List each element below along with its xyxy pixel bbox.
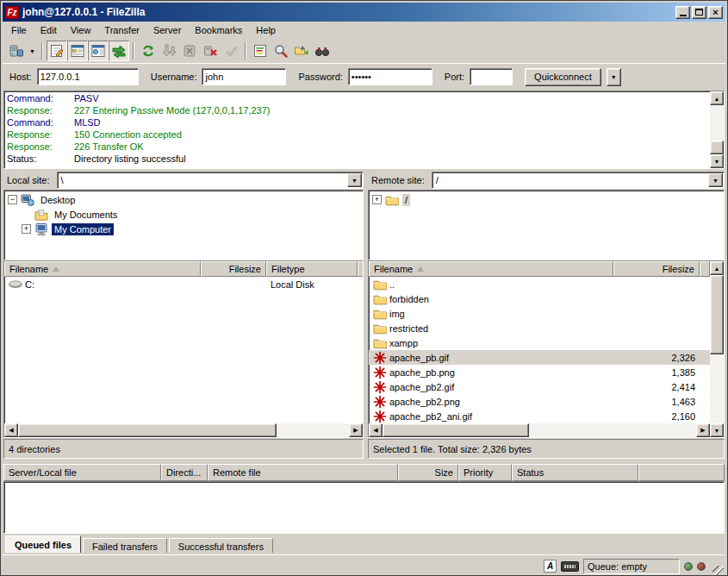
- synchronized-browsing-button[interactable]: [312, 41, 333, 61]
- remote-vertical-scrollbar[interactable]: ▲ ▼: [710, 261, 724, 437]
- column-header-filename[interactable]: Filename: [4, 261, 201, 277]
- log-vertical-scrollbar[interactable]: ▲ ▼: [710, 91, 724, 168]
- toggle-transfer-queue-button[interactable]: [109, 41, 129, 61]
- local-site-combo[interactable]: \ ▼: [57, 172, 364, 189]
- ascii-data-type-icon[interactable]: A: [544, 560, 557, 573]
- remote-horizontal-scrollbar[interactable]: ◀ ▶: [369, 423, 710, 437]
- queue-body[interactable]: [3, 481, 725, 534]
- tab-successful-transfers[interactable]: Successful transfers: [169, 538, 273, 554]
- expand-icon[interactable]: +: [22, 224, 31, 234]
- expand-icon[interactable]: +: [372, 195, 382, 204]
- log-line-text: 227 Entering Passive Mode (127,0,0,1,17,…: [74, 104, 270, 116]
- toggle-local-tree-button[interactable]: [67, 41, 88, 61]
- file-row-restricted[interactable]: restricted: [369, 321, 710, 335]
- toggle-message-log-button[interactable]: [47, 41, 67, 61]
- title-bar[interactable]: Fz john@127.0.0.1 - FileZilla ×: [3, 3, 725, 22]
- menu-edit[interactable]: Edit: [34, 22, 64, 38]
- queue-tabs: Queued filesFailed transfersSuccessful t…: [3, 534, 725, 554]
- scroll-thumb[interactable]: [383, 423, 529, 437]
- chevron-down-icon[interactable]: ▼: [347, 173, 362, 187]
- queue-column-status[interactable]: Status: [512, 464, 638, 481]
- scroll-down-icon[interactable]: ▼: [710, 154, 724, 168]
- file-row-item[interactable]: ..: [369, 277, 710, 291]
- queue-column-server-local-file[interactable]: Server/Local file: [3, 464, 161, 481]
- file-row-c[interactable]: C:Local Disk: [4, 277, 363, 291]
- reconnect-button[interactable]: [221, 41, 241, 61]
- quickconnect-dropdown[interactable]: ▼: [607, 68, 621, 86]
- column-header-filesize[interactable]: Filesize: [201, 261, 266, 277]
- tab-failed-transfers[interactable]: Failed transfers: [83, 538, 167, 554]
- resize-grip[interactable]: [712, 566, 724, 576]
- tree-item-desktop[interactable]: −Desktop: [4, 192, 363, 207]
- filter-button[interactable]: [250, 41, 271, 61]
- host-input[interactable]: [37, 68, 139, 85]
- chevron-down-icon[interactable]: ▼: [708, 173, 723, 187]
- menu-help[interactable]: Help: [249, 22, 283, 38]
- site-manager-button[interactable]: [6, 41, 27, 61]
- column-header-l[interactable]: L: [358, 261, 363, 277]
- scroll-right-icon[interactable]: ▶: [696, 423, 710, 437]
- minimize-button[interactable]: [675, 6, 690, 19]
- minimize-icon: [680, 15, 687, 16]
- queue-column-directi[interactable]: Directi...: [161, 464, 208, 481]
- collapse-icon[interactable]: −: [8, 195, 17, 204]
- file-row-apache-pb-gif[interactable]: apache_pb.gif2,326: [369, 350, 710, 365]
- scroll-right-icon[interactable]: ▶: [349, 423, 363, 437]
- file-row-apache-pb2-png[interactable]: apache_pb2.png1,463: [369, 394, 710, 409]
- queue-column-remote-file[interactable]: Remote file: [208, 464, 398, 481]
- column-header-filename[interactable]: Filename: [369, 261, 613, 277]
- log-line-command: Command:MLSD: [7, 116, 710, 128]
- file-row-xampp[interactable]: xampp: [369, 335, 710, 350]
- file-row-apache-pb2-ani-gif[interactable]: apache_pb2_ani.gif2,160: [369, 409, 710, 423]
- scroll-thumb[interactable]: [710, 141, 724, 154]
- log-line-status: Status:Directory listing successful: [7, 153, 710, 165]
- scroll-track[interactable]: [277, 423, 349, 437]
- queue-column-priority[interactable]: Priority: [458, 464, 512, 481]
- site-manager-dropdown[interactable]: ▼: [27, 41, 38, 61]
- scroll-thumb[interactable]: [18, 423, 277, 437]
- scroll-left-icon[interactable]: ◀: [369, 423, 383, 437]
- file-row-forbidden[interactable]: forbidden: [369, 291, 710, 306]
- file-row-apache-pb-png[interactable]: apache_pb.png1,385: [369, 365, 710, 379]
- disconnect-button[interactable]: [200, 41, 221, 61]
- tree-item-my-computer[interactable]: +My Computer: [4, 222, 363, 236]
- tree-item-item[interactable]: +/: [369, 192, 724, 207]
- remote-site-combo[interactable]: / ▼: [432, 172, 725, 189]
- tab-queued-files[interactable]: Queued files: [5, 535, 81, 554]
- file-row-img[interactable]: img: [369, 306, 710, 321]
- file-search-button[interactable]: [271, 41, 291, 61]
- username-input[interactable]: [202, 68, 286, 85]
- remote-site-label: Remote site:: [368, 175, 428, 185]
- local-status-text: 4 directories: [3, 439, 364, 459]
- scroll-left-icon[interactable]: ◀: [4, 423, 18, 437]
- column-header-filetype[interactable]: Filetype: [266, 261, 358, 277]
- queue-column-size[interactable]: Size: [398, 464, 458, 481]
- scroll-down-icon[interactable]: ▼: [710, 423, 724, 437]
- scroll-track[interactable]: [710, 105, 724, 141]
- close-button[interactable]: ×: [708, 6, 723, 19]
- quickconnect-button[interactable]: Quickconnect: [525, 68, 601, 86]
- scroll-up-icon[interactable]: ▲: [710, 91, 724, 105]
- password-input[interactable]: [348, 68, 432, 85]
- refresh-button[interactable]: [138, 41, 159, 61]
- menu-bookmarks[interactable]: Bookmarks: [188, 22, 249, 38]
- scroll-track[interactable]: [529, 423, 696, 437]
- local-horizontal-scrollbar[interactable]: ◀ ▶: [4, 423, 363, 437]
- menu-view[interactable]: View: [64, 22, 98, 38]
- column-header-filesize[interactable]: Filesize: [613, 261, 700, 277]
- menu-file[interactable]: File: [4, 22, 34, 38]
- scroll-track[interactable]: [710, 354, 724, 423]
- cancel-operation-button[interactable]: [179, 41, 200, 61]
- scroll-up-icon[interactable]: ▲: [710, 261, 724, 275]
- directory-comparison-button[interactable]: [291, 41, 312, 61]
- file-row-apache-pb2-gif[interactable]: apache_pb2.gif2,414: [369, 379, 710, 394]
- tree-item-my-documents[interactable]: My Documents: [4, 207, 363, 222]
- port-input[interactable]: [470, 68, 513, 85]
- toggle-remote-tree-button[interactable]: [88, 41, 109, 61]
- process-queue-button[interactable]: [159, 41, 179, 61]
- scroll-thumb[interactable]: [710, 275, 724, 354]
- menu-transfer[interactable]: Transfer: [97, 22, 146, 38]
- menu-server[interactable]: Server: [146, 22, 188, 38]
- speed-limits-icon[interactable]: [561, 561, 579, 572]
- maximize-button[interactable]: [692, 6, 706, 19]
